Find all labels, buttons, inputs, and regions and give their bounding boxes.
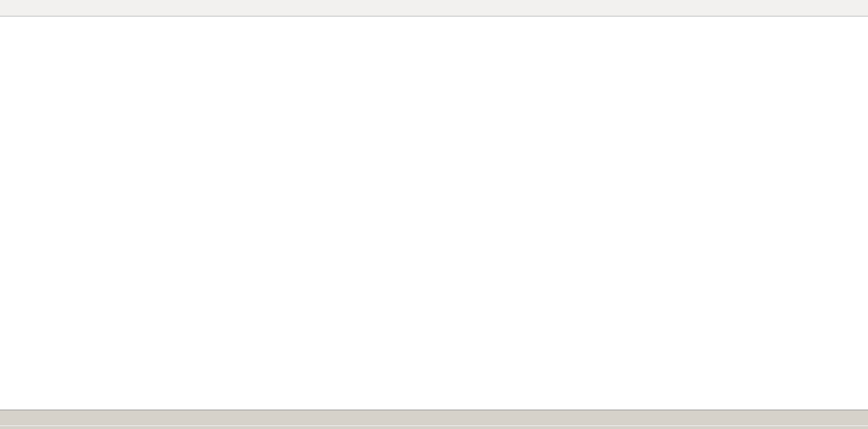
status-strip bbox=[0, 425, 868, 429]
trading-terminal bbox=[0, 0, 868, 429]
timeframe-toolbar bbox=[0, 0, 868, 17]
chart-area[interactable] bbox=[0, 16, 868, 410]
symbol-tabbar bbox=[0, 410, 868, 426]
